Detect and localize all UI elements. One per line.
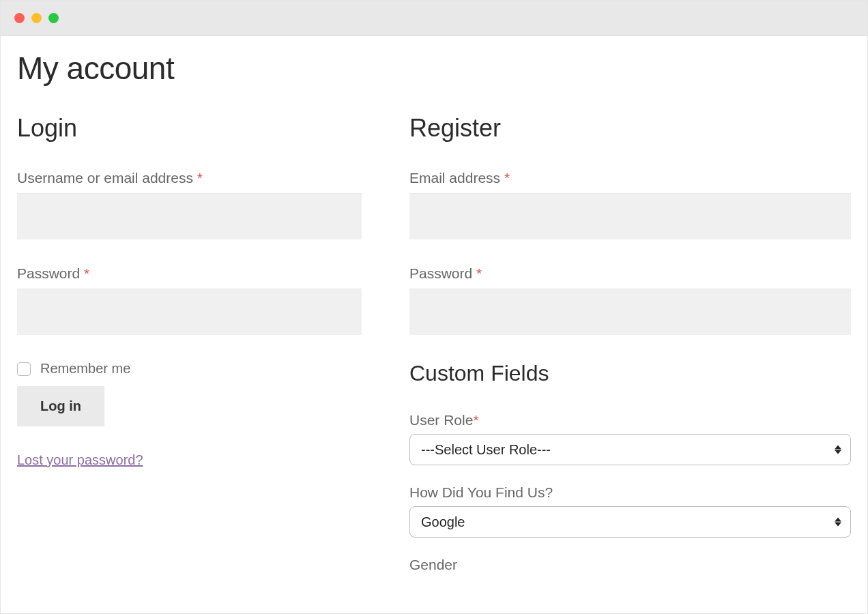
login-password-label-text: Password [17,265,84,281]
user-role-label-text: User Role [409,412,473,428]
page-title: My account [17,50,851,87]
lost-password-link[interactable]: Lost your password? [17,452,143,468]
login-username-input[interactable] [17,193,362,239]
find-us-select-wrapper: Google [409,506,851,538]
remember-me-row: Remember me [17,361,362,377]
close-window-button[interactable] [14,13,25,23]
window: My account Login Username or email addre… [0,0,868,614]
register-password-group: Password * [409,265,851,335]
required-marker: * [197,170,203,186]
columns: Login Username or email address * Passwo… [17,114,851,592]
content-area: My account Login Username or email addre… [1,36,867,606]
maximize-window-button[interactable] [48,13,59,23]
register-password-input[interactable] [409,289,851,335]
register-heading: Register [409,114,851,143]
user-role-group: User Role* ---Select User Role--- [409,412,851,465]
gender-group: Gender [409,557,851,573]
register-password-label-text: Password [409,265,476,281]
required-marker: * [84,265,89,281]
remember-me-label: Remember me [40,361,130,377]
minimize-window-button[interactable] [31,13,42,23]
register-column: Register Email address * Password * Cust… [409,114,851,592]
user-role-label: User Role* [409,412,851,428]
register-email-label-text: Email address [409,170,504,186]
login-heading: Login [17,114,362,143]
find-us-select[interactable]: Google [409,506,851,538]
login-username-label: Username or email address * [17,170,362,186]
login-password-group: Password * [17,265,362,335]
gender-label: Gender [409,557,851,573]
login-password-label: Password * [17,265,362,282]
titlebar [1,1,867,36]
find-us-label: How Did You Find Us? [409,484,851,501]
custom-fields-heading: Custom Fields [409,361,851,386]
register-email-input[interactable] [409,193,851,239]
required-marker: * [504,170,510,186]
register-email-label: Email address * [409,170,851,186]
login-username-label-text: Username or email address [17,170,197,186]
login-button[interactable]: Log in [17,386,104,426]
register-password-label: Password * [409,265,851,282]
remember-me-checkbox[interactable] [17,362,31,376]
user-role-select[interactable]: ---Select User Role--- [409,434,851,465]
login-password-input[interactable] [17,289,362,335]
register-email-group: Email address * [409,170,851,239]
find-us-group: How Did You Find Us? Google [409,484,851,538]
login-column: Login Username or email address * Passwo… [17,114,362,592]
login-username-group: Username or email address * [17,170,362,239]
required-marker: * [476,265,482,281]
user-role-select-wrapper: ---Select User Role--- [409,434,851,465]
required-marker: * [473,412,478,428]
